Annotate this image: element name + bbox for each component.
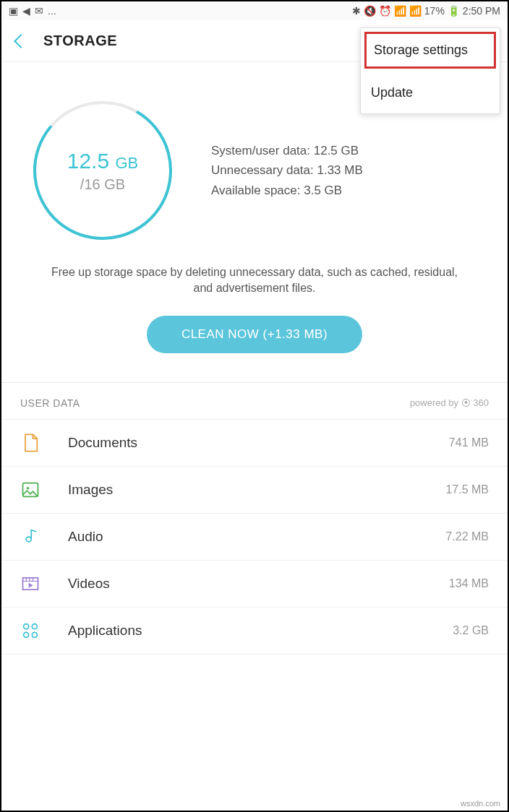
status-bar: ▣ ◀ ✉ ... ✱ 🔇 ⏰ 📶 📶 17% 🔋 2:50 PM [1, 1, 508, 20]
storage-ring: 12.5 GB /16 GB [30, 98, 175, 243]
menu-item-storage-settings[interactable]: Storage settings [364, 32, 496, 69]
overflow-menu: Storage settings Update [360, 27, 500, 114]
back-icon[interactable] [14, 34, 28, 48]
item-label: Documents [68, 435, 137, 451]
svg-point-5 [24, 623, 29, 629]
apps-icon [20, 621, 40, 641]
item-size: 3.2 GB [453, 624, 489, 637]
list-item-applications[interactable]: Applications 3.2 GB [1, 608, 508, 655]
wifi-icon: 📶 [394, 5, 406, 17]
item-label: Applications [68, 623, 142, 639]
used-storage-value: 12.5 GB [67, 149, 139, 173]
watermark: wsxdn.com [461, 799, 500, 808]
menu-item-update[interactable]: Update [361, 72, 500, 113]
svg-rect-4 [23, 578, 38, 589]
section-title: USER DATA [20, 397, 80, 409]
image-icon [20, 480, 40, 500]
page-title: STORAGE [43, 33, 117, 49]
svg-point-7 [24, 632, 29, 637]
battery-percent: 17% [424, 5, 445, 17]
alarm-icon: ⏰ [379, 5, 391, 17]
document-icon [20, 433, 40, 453]
system-data-label: System/user data: 12.5 GB [211, 141, 363, 160]
item-label: Audio [68, 529, 103, 545]
total-storage-value: /16 GB [80, 176, 125, 193]
item-size: 134 MB [449, 577, 489, 590]
mute-icon: 🔇 [364, 5, 376, 17]
picture-icon: ▣ [9, 5, 18, 17]
mail-icon: ✉ [35, 5, 43, 17]
unnecessary-data-label: Unnecessary data: 1.33 MB [211, 160, 363, 180]
clean-now-button[interactable]: CLEAN NOW (+1.33 MB) [147, 316, 362, 353]
more-icon: ... [48, 5, 56, 17]
available-space-label: Available space: 3.5 GB [211, 181, 363, 200]
user-data-section-header: USER DATA powered by ⦿ 360 [1, 382, 508, 420]
hint-text: Free up storage space by deleting unnece… [1, 257, 508, 316]
item-size: 17.5 MB [445, 483, 489, 496]
clock-text: 2:50 PM [463, 5, 500, 17]
item-size: 7.22 MB [445, 530, 489, 543]
svg-point-3 [27, 487, 30, 490]
list-item-documents[interactable]: Documents 741 MB [1, 420, 508, 467]
signal-icon: 📶 [409, 5, 422, 17]
powered-by-label: powered by ⦿ 360 [410, 397, 489, 408]
user-data-list: Documents 741 MB Images 17.5 MB Audio 7.… [1, 420, 508, 655]
svg-point-6 [32, 623, 37, 629]
battery-icon: 🔋 [448, 5, 460, 17]
list-item-images[interactable]: Images 17.5 MB [1, 467, 508, 514]
bluetooth-icon: ✱ [352, 5, 361, 17]
video-icon [20, 574, 40, 594]
item-label: Images [68, 482, 113, 498]
list-item-audio[interactable]: Audio 7.22 MB [1, 514, 508, 561]
send-icon: ◀ [22, 5, 30, 17]
svg-point-8 [32, 632, 37, 637]
item-size: 741 MB [449, 436, 489, 449]
item-label: Videos [68, 576, 110, 592]
list-item-videos[interactable]: Videos 134 MB [1, 561, 508, 608]
audio-icon [20, 527, 40, 547]
